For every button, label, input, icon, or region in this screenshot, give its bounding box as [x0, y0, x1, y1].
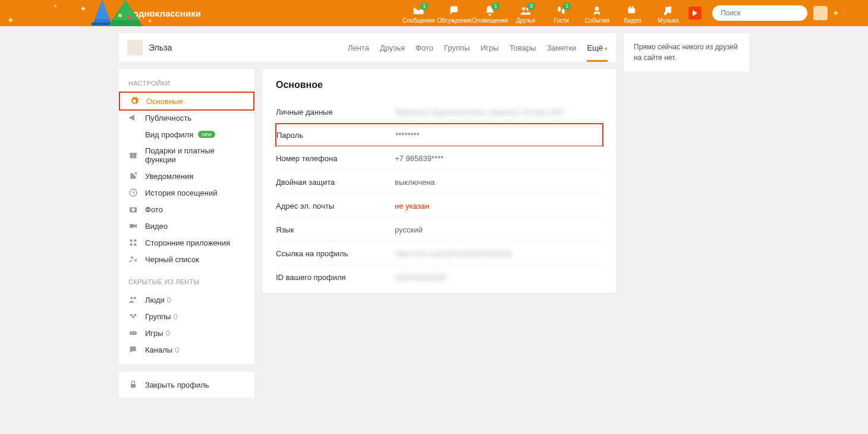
user-name[interactable]: Эльза: [149, 43, 172, 52]
nav-label: Оповещения: [472, 17, 508, 24]
side-item-apps[interactable]: Сторонние приложения: [119, 234, 254, 251]
svg-point-12: [595, 7, 599, 11]
lock-icon: [128, 380, 138, 389]
chevron-down-icon: ▾: [605, 46, 608, 52]
row-label: Двойная защита: [276, 178, 395, 187]
search-input[interactable]: [721, 9, 810, 17]
side-item-main[interactable]: Основные: [119, 92, 254, 111]
svg-point-33: [134, 314, 136, 316]
side-count: 0: [167, 295, 171, 304]
nav-discussions[interactable]: Обсуждения: [436, 2, 472, 24]
row-label: Адрес эл. почты: [276, 202, 395, 210]
chat-icon: [448, 5, 460, 17]
nav-messages[interactable]: 1 Сообщения: [401, 2, 436, 24]
nav-label: Друзья: [516, 17, 535, 24]
nav-badge: 1: [491, 2, 500, 10]
new-badge: new: [198, 131, 215, 138]
side-count: 0: [175, 345, 179, 354]
tab-more[interactable]: Ещё▾: [587, 34, 608, 62]
side-hidden-people[interactable]: Люди 0: [119, 291, 254, 308]
svg-rect-27: [130, 243, 133, 246]
row-twofa[interactable]: Двойная защита выключена: [276, 170, 603, 194]
header-avatar[interactable]: [813, 6, 828, 20]
nav-friends[interactable]: 3 Друзья: [508, 2, 543, 24]
tab-goods[interactable]: Товары: [510, 34, 536, 62]
header-decoration: ✦ ✦ ✦ ✦: [0, 0, 155, 26]
row-label: Язык: [276, 225, 395, 234]
groups-icon: [128, 312, 138, 321]
apps-icon: [128, 238, 138, 247]
row-value: Фамилия Одноклассники, родился 18 мая 19…: [395, 108, 565, 117]
svg-rect-28: [134, 243, 136, 246]
nav-label: Видео: [624, 17, 641, 24]
people-icon: [128, 295, 138, 304]
row-value: выключена: [395, 178, 435, 187]
side-label: Вид профиля: [145, 130, 193, 139]
side-hidden-games[interactable]: Игры 0: [119, 325, 254, 341]
side-item-blacklist[interactable]: Черный список: [119, 251, 254, 268]
settings-panel: Основное Личные данные Фамилия Однокласс…: [263, 69, 616, 293]
row-label: Личные данные: [276, 108, 395, 117]
row-label: ID вашего профиля: [276, 273, 395, 282]
side-item-history[interactable]: История посещений: [119, 184, 254, 201]
tab-friends[interactable]: Друзья: [380, 34, 405, 62]
tab-more-label: Ещё: [587, 43, 603, 52]
svg-point-36: [134, 332, 136, 334]
friends-online-text: Прямо сейчас никого из друзей на сайте н…: [634, 43, 738, 62]
tab-photos[interactable]: Фото: [416, 34, 433, 62]
side-hidden-channels[interactable]: Каналы 0: [119, 341, 254, 358]
row-profile-url[interactable]: Ссылка на профиль https://ok.ru/profile/…: [276, 241, 603, 265]
side-item-notifications[interactable]: Уведомления: [119, 168, 254, 184]
nav-events[interactable]: События: [579, 2, 615, 24]
side-item-profileview[interactable]: Вид профиля new: [119, 126, 254, 143]
tree-icon: [108, 0, 143, 26]
side-item-publicity[interactable]: Публичность: [119, 109, 254, 126]
nav-notifications[interactable]: 1 Оповещения: [472, 2, 508, 24]
nav-video[interactable]: Видео: [615, 2, 650, 24]
ok-events-icon: [591, 5, 603, 17]
side-close-profile[interactable]: Закрыть профиль: [119, 376, 254, 393]
nav-guests[interactable]: 1 Гости: [543, 2, 579, 24]
side-label: История посещений: [145, 188, 218, 197]
row-label: Номер телефона: [276, 154, 395, 163]
side-label: Каналы: [145, 345, 172, 354]
user-avatar[interactable]: [127, 40, 143, 55]
row-password[interactable]: Пароль ********: [275, 123, 603, 147]
side-item-photo[interactable]: Фото: [119, 201, 254, 218]
row-value: https://ok.ru/profile/000000000000: [395, 249, 512, 258]
sidebar-title-settings: НАСТРОЙКИ: [119, 77, 254, 93]
side-label: Закрыть профиль: [145, 380, 209, 389]
row-lang[interactable]: Язык русский: [276, 218, 603, 241]
svg-point-14: [629, 7, 631, 8]
row-value: не указан: [395, 202, 429, 210]
history-icon: [128, 188, 138, 197]
tab-notes[interactable]: Заметки: [547, 34, 577, 62]
row-personal[interactable]: Личные данные Фамилия Одноклассники, род…: [276, 100, 603, 124]
side-item-gifts[interactable]: Подарки и платные функции: [119, 143, 254, 168]
tab-feed[interactable]: Лента: [348, 34, 369, 62]
nav-badge: 3: [527, 2, 536, 10]
svg-point-23: [131, 208, 134, 211]
tab-games[interactable]: Игры: [480, 34, 499, 62]
nav-label: Гости: [553, 17, 568, 24]
sparkle-icon: ✦ ·: [832, 8, 844, 18]
svg-marker-4: [113, 0, 138, 20]
svg-point-8: [522, 7, 525, 10]
nav-badge: 1: [420, 2, 429, 10]
side-count: 0: [166, 329, 170, 338]
row-profile-id[interactable]: ID вашего профиля 000000000000: [276, 265, 603, 289]
gamepad-icon: [128, 328, 138, 338]
row-phone[interactable]: Номер телефона +7 985839****: [276, 146, 603, 170]
tab-groups[interactable]: Группы: [444, 34, 470, 62]
nav-music[interactable]: Музыка: [650, 2, 686, 24]
svg-rect-25: [130, 240, 133, 242]
play-button[interactable]: [688, 7, 702, 20]
side-hidden-groups[interactable]: Группы 0: [119, 308, 254, 325]
side-item-video[interactable]: Видео: [119, 218, 254, 234]
row-email[interactable]: Адрес эл. почты не указан: [276, 194, 603, 218]
camera-icon: [128, 205, 138, 214]
camera-icon: [627, 5, 639, 17]
search-box[interactable]: [712, 5, 807, 21]
panel-title: Основное: [276, 80, 603, 90]
svg-rect-24: [130, 224, 134, 228]
